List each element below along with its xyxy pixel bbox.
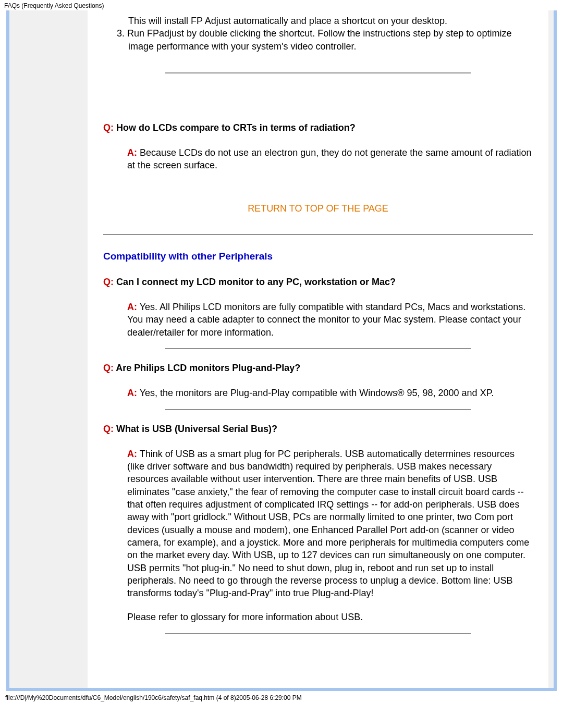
a-text: Think of USB as a smart plug for PC peri… bbox=[127, 449, 529, 598]
a-text: Yes, the monitors are Plug-and-Play comp… bbox=[137, 388, 494, 398]
q-text: How do LCDs compare to CRTs in terms of … bbox=[114, 122, 356, 133]
faq-answer-extra: Please refer to glossary for more inform… bbox=[127, 611, 533, 623]
q-label: Q: bbox=[103, 363, 114, 373]
a-label: A: bbox=[127, 449, 137, 459]
section-divider bbox=[103, 234, 533, 235]
page-border: This will install FP Adjust automaticall… bbox=[6, 10, 557, 691]
q-text: Are Philips LCD monitors Plug-and-Play? bbox=[114, 363, 300, 373]
q-label: Q: bbox=[103, 277, 114, 287]
a-label: A: bbox=[127, 147, 137, 158]
page-footer-path: file:///D|/My%20Documents/dfu/C6_Model/e… bbox=[0, 691, 563, 705]
q-label: Q: bbox=[103, 424, 114, 434]
list-item: 3. Run FPadjust by double clicking the s… bbox=[128, 27, 533, 53]
faq-answer: A: Because LCDs do not use an electron g… bbox=[127, 146, 533, 172]
numbered-list: This will install FP Adjust automaticall… bbox=[103, 15, 533, 53]
divider bbox=[165, 72, 470, 73]
a-label: A: bbox=[127, 302, 137, 312]
divider bbox=[165, 348, 470, 349]
a-label: A: bbox=[127, 388, 137, 398]
divider bbox=[165, 409, 470, 410]
main-content: This will install FP Adjust automaticall… bbox=[88, 10, 548, 688]
section-heading: Compatibility with other Peripherals bbox=[103, 251, 533, 262]
content-area: This will install FP Adjust automaticall… bbox=[9, 10, 554, 688]
list-text: This will install FP Adjust automaticall… bbox=[128, 16, 447, 26]
a-text: Because LCDs do not use an electron gun,… bbox=[127, 147, 532, 170]
faq-question: Q: How do LCDs compare to CRTs in terms … bbox=[103, 121, 533, 134]
a-text: Yes. All Philips LCD monitors are fully … bbox=[127, 302, 525, 338]
faq-question: Q: What is USB (Universal Serial Bus)? bbox=[103, 423, 533, 435]
q-label: Q: bbox=[103, 122, 114, 133]
faq-answer: A: Yes, the monitors are Plug-and-Play c… bbox=[127, 387, 533, 399]
faq-answer: A: Yes. All Philips LCD monitors are ful… bbox=[127, 301, 533, 339]
list-item: This will install FP Adjust automaticall… bbox=[128, 15, 533, 27]
q-text: Can I connect my LCD monitor to any PC, … bbox=[114, 277, 396, 287]
return-to-top-link[interactable]: RETURN TO TOP OF THE PAGE bbox=[103, 203, 533, 214]
list-number: 3. bbox=[117, 28, 125, 39]
q-text: What is USB (Universal Serial Bus)? bbox=[114, 424, 277, 434]
divider bbox=[165, 633, 470, 634]
faq-question: Q: Can I connect my LCD monitor to any P… bbox=[103, 276, 533, 288]
list-text: Run FPadjust by double clicking the shor… bbox=[127, 28, 511, 51]
faq-answer: A: Think of USB as a smart plug for PC p… bbox=[127, 448, 533, 600]
page-header-path: FAQs (Frequently Asked Questions) bbox=[0, 0, 563, 10]
faq-question: Q: Are Philips LCD monitors Plug-and-Pla… bbox=[103, 362, 533, 374]
